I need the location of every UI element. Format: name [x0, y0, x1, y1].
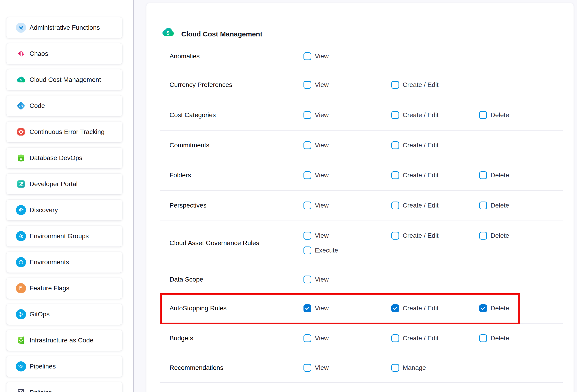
sidebar-item-continuous-error-tracking[interactable]: Continuous Error Tracking [6, 121, 122, 142]
permission-option-delete: Delete [479, 334, 567, 342]
permission-option-label: View [315, 111, 329, 119]
checkbox-folders-create-edit[interactable] [391, 171, 399, 179]
sidebar-item-gitops[interactable]: GitOps [6, 304, 122, 325]
sidebar-item-label: GitOps [30, 311, 50, 318]
permission-option-label: View [315, 305, 329, 312]
gitops-icon [16, 309, 26, 319]
checkbox-cost-categories-delete[interactable] [479, 111, 487, 119]
cloud-cost-management-icon: $ [161, 27, 175, 39]
checkbox-anomalies-view[interactable] [303, 52, 311, 60]
permission-option-label: Create / Edit [403, 335, 439, 342]
permission-options: ViewCreate / Edit [303, 141, 479, 149]
checkbox-currency-preferences-view[interactable] [303, 81, 311, 89]
permission-row-label: Anomalies [170, 53, 303, 60]
permission-option-label: Create / Edit [403, 111, 439, 119]
sidebar-item-label: Code [30, 102, 45, 109]
permission-option-line: View [303, 52, 391, 60]
sidebar-item-label: Database DevOps [30, 154, 82, 162]
permission-rows: AnomaliesViewCurrency PreferencesViewCre… [146, 42, 574, 383]
checkbox-cost-categories-view[interactable] [303, 111, 311, 119]
permission-row-currency-preferences: Currency PreferencesViewCreate / Edit [160, 70, 563, 100]
permission-row-anomalies: AnomaliesView [160, 42, 563, 70]
cloud-dollar-icon: $ [16, 75, 26, 85]
sidebar-item-label: Developer Portal [30, 180, 78, 188]
checkbox-cloud-asset-governance-rules-create-edit[interactable] [391, 232, 399, 240]
svg-text:$: $ [20, 78, 22, 82]
permission-option-line: ViewManage [303, 364, 479, 372]
checkbox-budgets-view[interactable] [303, 334, 311, 342]
permission-row-label: Cost Categories [170, 111, 303, 119]
permission-option-create-edit: Create / Edit [391, 232, 479, 240]
checkbox-currency-preferences-create-edit[interactable] [391, 81, 399, 89]
sidebar-item-chaos[interactable]: Chaos [6, 43, 122, 64]
permission-row-label: Folders [170, 172, 303, 179]
checkbox-cloud-asset-governance-rules-delete[interactable] [479, 232, 487, 240]
checkbox-perspectives-delete[interactable] [479, 202, 487, 209]
permission-option-label: View [315, 276, 329, 283]
sidebar-item-cloud-cost-management[interactable]: $Cloud Cost Management [6, 70, 122, 90]
checkbox-autostopping-rules-delete[interactable] [479, 304, 487, 312]
permission-option-execute: Execute [303, 247, 391, 254]
permission-option-label: View [315, 81, 329, 89]
sidebar-item-label: Infrastructure as Code [30, 337, 93, 344]
checkbox-folders-delete[interactable] [479, 171, 487, 179]
sidebar-item-policies[interactable]: Policies [6, 382, 122, 392]
checkbox-cloud-asset-governance-rules-view[interactable] [303, 232, 311, 240]
sidebar-item-environment-groups[interactable]: Environment Groups [6, 226, 122, 247]
svg-text:∞: ∞ [19, 157, 23, 161]
checkbox-autostopping-rules-view[interactable] [303, 304, 311, 312]
permission-row-label: Currency Preferences [170, 81, 303, 89]
checkbox-budgets-create-edit[interactable] [391, 334, 399, 342]
permission-option-delete: Delete [479, 304, 567, 312]
sidebar-item-developer-portal[interactable]: Developer Portal [6, 174, 122, 194]
sidebar-item-infrastructure-as-code[interactable]: Infrastructure as Code [6, 330, 122, 351]
feature-flag-icon [16, 283, 26, 293]
permission-option-label: View [315, 202, 329, 209]
checkbox-autostopping-rules-create-edit[interactable] [391, 304, 399, 312]
permission-options: View [303, 52, 391, 60]
checkbox-commitments-view[interactable] [303, 141, 311, 149]
permission-option-view: View [303, 202, 391, 209]
checkbox-recommendations-view[interactable] [303, 364, 311, 372]
sidebar-item-label: Discovery [30, 206, 58, 214]
permission-option-line: ViewCreate / Edit [303, 81, 479, 89]
permission-option-view: View [303, 364, 391, 372]
permission-option-label: Manage [403, 364, 426, 371]
checkbox-cloud-asset-governance-rules-execute[interactable] [303, 247, 311, 254]
checkbox-budgets-delete[interactable] [479, 334, 487, 342]
sidebar-item-label: Feature Flags [30, 285, 70, 292]
permission-row-budgets: BudgetsViewCreate / EditDelete [160, 323, 563, 353]
permission-options: ViewCreate / EditDelete [303, 304, 567, 312]
checkbox-folders-view[interactable] [303, 171, 311, 179]
error-target-icon [16, 127, 26, 137]
permission-option-create-edit: Create / Edit [391, 111, 479, 119]
permission-option-label: Create / Edit [403, 172, 439, 179]
permission-option-create-edit: Create / Edit [391, 141, 479, 149]
sidebar-item-code[interactable]: </>Code [6, 96, 122, 116]
checkbox-commitments-create-edit[interactable] [391, 141, 399, 149]
checkbox-cost-categories-create-edit[interactable] [391, 111, 399, 119]
permission-option-view: View [303, 276, 391, 284]
sidebar-item-label: Chaos [30, 50, 48, 57]
sidebar-item-administrative-functions[interactable]: Administrative Functions [6, 17, 122, 38]
permission-option-label: View [315, 335, 329, 342]
permission-option-label: Execute [315, 247, 338, 254]
permission-row-label: Budgets [170, 335, 303, 342]
sidebar-item-database-devops[interactable]: ∞Database DevOps [6, 147, 122, 168]
checkbox-recommendations-manage[interactable] [391, 364, 399, 372]
sidebar-item-feature-flags[interactable]: Feature Flags [6, 278, 122, 299]
checkbox-data-scope-view[interactable] [303, 276, 311, 284]
permission-options: ViewCreate / EditDeleteExecute [303, 232, 567, 254]
permission-options: ViewManage [303, 364, 479, 372]
sidebar-item-discovery[interactable]: Discovery [6, 200, 122, 220]
permission-option-delete: Delete [479, 111, 567, 119]
permission-option-view: View [303, 52, 391, 60]
sidebar-item-environments[interactable]: Environments [6, 252, 122, 273]
checkbox-perspectives-view[interactable] [303, 202, 311, 209]
checkbox-perspectives-create-edit[interactable] [391, 202, 399, 209]
permission-option-label: View [315, 172, 329, 179]
permission-row-recommendations: RecommendationsViewManage [160, 353, 563, 383]
sidebar-item-pipelines[interactable]: Pipelines [6, 356, 122, 377]
permission-option-line: View [303, 276, 391, 284]
permission-option-label: Delete [491, 232, 509, 239]
